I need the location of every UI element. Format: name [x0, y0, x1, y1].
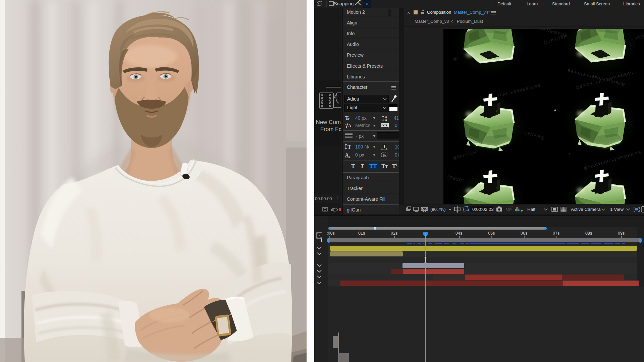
svg-text:10: 10	[395, 144, 399, 149]
svg-text:px: px	[359, 152, 364, 158]
svg-text:Active Camera: Active Camera	[571, 207, 601, 212]
svg-text:%: %	[398, 153, 399, 158]
svg-text:A: A	[348, 123, 352, 128]
svg-text:T: T	[383, 144, 386, 149]
svg-text:T: T	[351, 163, 355, 169]
svg-text:1: 1	[396, 163, 397, 167]
svg-text:40: 40	[355, 115, 361, 121]
svg-text:T: T	[347, 144, 351, 150]
svg-text:0: 0	[395, 123, 397, 128]
svg-text:0: 0	[395, 152, 397, 158]
svg-text:- px: - px	[356, 133, 364, 139]
svg-text:TT: TT	[369, 163, 377, 169]
svg-text:41: 41	[394, 115, 398, 121]
svg-text:T: T	[347, 117, 350, 121]
svg-text:%: %	[365, 144, 369, 149]
svg-text:VA: VA	[382, 123, 387, 127]
svg-text:1 View: 1 View	[610, 207, 624, 212]
svg-text:T: T	[385, 164, 388, 169]
svg-text:0:00:02:23: 0:00:02:23	[472, 207, 494, 212]
svg-text:Metrics: Metrics	[355, 123, 370, 128]
svg-text:(90.7%): (90.7%)	[430, 207, 446, 212]
svg-text:0: 0	[355, 152, 358, 158]
svg-text:100: 100	[355, 144, 363, 149]
svg-text:px: px	[362, 115, 367, 121]
svg-text:T: T	[361, 163, 364, 169]
svg-text:A: A	[385, 118, 387, 122]
svg-text:あ: あ	[382, 153, 386, 157]
svg-text:a: a	[348, 155, 350, 158]
svg-text:Half: Half	[527, 207, 535, 212]
